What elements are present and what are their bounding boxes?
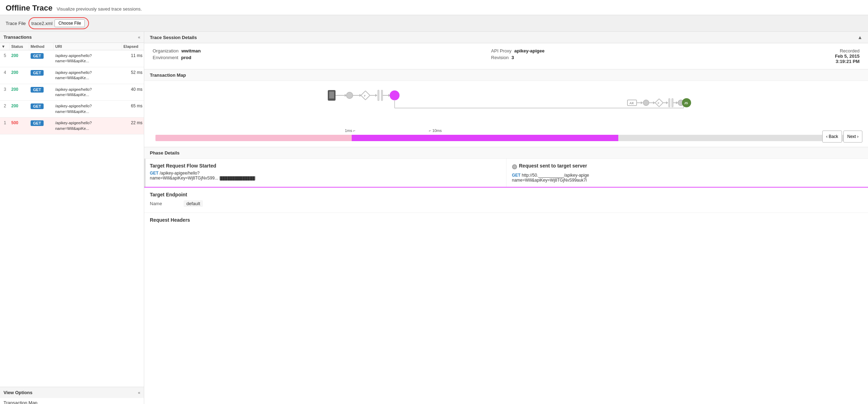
tx-method: GET — [29, 120, 54, 127]
tx-uri: /apikey-apigee/hello? name=Will&apiKe... — [54, 86, 122, 99]
tx-elapsed: 52 ms — [122, 69, 144, 76]
table-row[interactable]: 5 200 GET /apikey-apigee/hello? name=Wil… — [0, 50, 144, 67]
trace-session-title: Trace Session Details — [150, 35, 197, 40]
tx-uri: /apikey-apigee/hello? name=Will&apiKe... — [54, 120, 122, 132]
tx-num: 1 — [0, 120, 10, 126]
phase-card-1-method: GET /apikey-apigee/hello? — [150, 171, 500, 176]
env-value: prod — [181, 55, 191, 60]
gray-node-b — [643, 100, 649, 106]
timeline-seg-2 — [352, 135, 618, 141]
table-row[interactable]: 3 200 GET /apikey-apigee/hello? name=Wil… — [0, 84, 144, 101]
diamond-label: F — [364, 94, 366, 97]
phase-card-2-title: Request sent to target server — [519, 163, 587, 169]
tx-status: 200 — [10, 69, 29, 76]
tx-num: 5 — [0, 52, 10, 59]
tx-elapsed: 40 ms — [122, 86, 144, 93]
session-mid-col: API Proxy apikey-apigee Revision 3 — [491, 48, 544, 64]
tx-elapsed: 22 ms — [122, 120, 144, 126]
recorded-block: Recorded Feb 5, 2015 3:19:21 PM — [835, 48, 860, 64]
tx-status: 500 — [10, 120, 29, 126]
view-options-header[interactable]: View Options « — [0, 387, 144, 398]
col-header-uri: URI — [54, 43, 122, 50]
col-header-status: Status — [10, 43, 29, 50]
org-row: Organization wwitman — [153, 48, 201, 53]
session-left-col: Organization wwitman Environment prod — [153, 48, 201, 64]
tx-method: GET — [29, 86, 54, 93]
session-details: Organization wwitman Environment prod AP… — [144, 43, 868, 69]
next-button[interactable]: Next › — [843, 131, 862, 143]
main-layout: Transactions « ▼ Status Method URI Elaps… — [0, 32, 868, 404]
collapse-transactions-icon[interactable]: « — [138, 35, 140, 40]
table-row[interactable]: 4 200 GET /apikey-apigee/hello? name=Wil… — [0, 67, 144, 84]
diamond-label-b: F — [658, 102, 659, 105]
api-proxy-row: API Proxy apikey-apigee — [491, 48, 544, 53]
transaction-list: 5 200 GET /apikey-apigee/hello? name=Wil… — [0, 50, 144, 387]
arrow-head — [375, 94, 377, 97]
endpoint-name-row: Name default — [150, 200, 862, 207]
view-options-body: Transaction Map — [0, 398, 144, 404]
phase-indicator: Request sent to target server — [512, 163, 863, 171]
org-value: wwitman — [181, 48, 201, 53]
transaction-map-title: Transaction Map — [144, 69, 868, 81]
api-proxy-value: apikey-apigee — [514, 48, 544, 53]
get-badge: GET — [31, 87, 44, 93]
endpoint-name-key: Name — [150, 201, 178, 206]
transactions-header: Transactions « — [0, 32, 144, 43]
transaction-map: F AX — [144, 81, 868, 147]
transactions-title: Transactions — [4, 34, 32, 40]
revision-label: Revision — [491, 55, 509, 60]
timeline-bar — [155, 135, 857, 141]
phase-indicator-dot — [512, 164, 517, 169]
get-badge: GET — [31, 70, 44, 76]
recorded-time: 3:19:21 PM — [835, 59, 860, 64]
phase-card-2-url: name=Will&apiKey=Wj8TGjNvS99auk7l — [512, 178, 863, 183]
table-row[interactable]: 2 200 GET /apikey-apigee/hello? name=Wil… — [0, 101, 144, 118]
tx-method: GET — [29, 52, 54, 59]
tx-status: 200 — [10, 52, 29, 59]
arrow-head-b3 — [666, 101, 668, 104]
get-badge: GET — [31, 103, 44, 109]
tx-status: 200 — [10, 103, 29, 109]
timeline-bar-container: 1ms ⌐ ⌐ 10ms ‹ Back Next › — [150, 125, 862, 143]
active-node — [390, 91, 399, 100]
revision-value: 3 — [511, 55, 514, 60]
double-bar-right — [381, 90, 383, 101]
app-header: Offline Trace Visualize previously saved… — [0, 0, 868, 15]
tx-num: 3 — [0, 86, 10, 93]
double-bar-left — [378, 90, 379, 101]
env-row: Environment prod — [153, 55, 201, 60]
phone-screen — [329, 91, 334, 99]
trace-session-header: Trace Session Details ▲ — [144, 32, 868, 43]
get-badge: GET — [31, 53, 44, 59]
request-headers-title: Request Headers — [150, 217, 862, 223]
col-header-elapsed: Elapsed — [122, 43, 144, 50]
collapse-trace-session-icon[interactable]: ▲ — [857, 34, 862, 40]
page-subtitle: Visualize previously saved trace session… — [57, 6, 142, 12]
get-badge: GET — [31, 120, 44, 126]
choose-file-button[interactable]: Choose File — [55, 19, 85, 27]
phase-card-2-method: GET http://50.___________/apikey-apige — [512, 173, 863, 178]
trace-file-bar: Trace File trace2.xml Choose File — [0, 15, 868, 32]
gray-node-1 — [346, 92, 353, 99]
back-button[interactable]: ‹ Back — [822, 131, 842, 143]
right-panel: Trace Session Details ▲ Organization wwi… — [144, 32, 868, 404]
timeline-seg-1 — [155, 135, 352, 141]
phase-card-2: Request sent to target server GET http:/… — [506, 159, 868, 187]
phase-card-1-url: name=Will&apiKey=Wj8TGjNvS99... ████████… — [150, 176, 500, 181]
trace-file-label: Trace File — [6, 21, 26, 26]
tx-uri: /apikey-apigee/hello? name=Will&apiKe... — [54, 69, 122, 82]
table-row[interactable]: 1 500 GET /apikey-apigee/hello? name=Wil… — [0, 118, 144, 134]
view-options: View Options « Transaction Map — [0, 387, 144, 404]
timeline-labels: 1ms ⌐ ⌐ 10ms — [155, 128, 857, 133]
tx-method: GET — [29, 69, 54, 76]
trace-file-name: trace2.xml — [31, 21, 52, 26]
phase-details-title: Phase Details — [144, 147, 868, 159]
nodejs-label: JS — [684, 101, 688, 105]
tx-num: 2 — [0, 103, 10, 109]
double-bar-b-right — [672, 99, 673, 107]
request-headers-section: Request Headers — [144, 213, 868, 227]
flow-diagram: F AX — [150, 85, 862, 124]
tx-elapsed: 11 ms — [122, 52, 144, 59]
timeline-label-1ms: 1ms ⌐ — [345, 128, 355, 133]
view-options-collapse-icon[interactable]: « — [138, 390, 140, 395]
